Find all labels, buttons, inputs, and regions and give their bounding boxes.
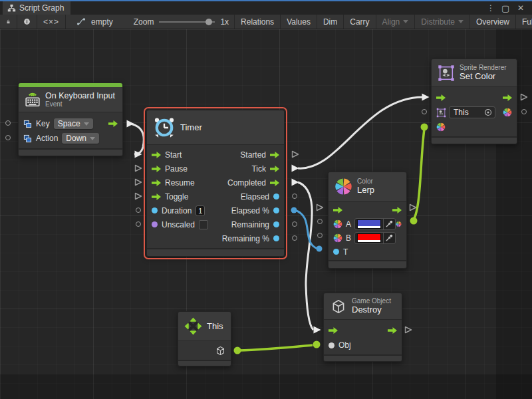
float-out-port-icon[interactable]: [273, 235, 279, 241]
unscaled-checkbox[interactable]: [199, 220, 208, 229]
port-timer-resume[interactable]: [134, 178, 142, 186]
port-key-in[interactable]: [5, 120, 11, 126]
port-action-in[interactable]: [5, 135, 11, 140]
float-out-port-icon[interactable]: [273, 221, 279, 227]
toolbar-button-overview[interactable]: Overview: [470, 15, 516, 29]
color-a-swatch[interactable]: [357, 219, 381, 229]
port-setcolor-value-out[interactable]: [521, 109, 527, 114]
duration-input[interactable]: 1: [196, 205, 205, 216]
toolbar-button-values[interactable]: Values: [281, 15, 317, 29]
port-timer-remaining[interactable]: [292, 221, 297, 227]
float-in-port-icon[interactable]: [152, 207, 158, 213]
port-timer-remaining-pct[interactable]: [292, 235, 297, 241]
float-out-port-icon[interactable]: [273, 207, 279, 213]
port-this-out[interactable]: [234, 347, 241, 354]
toolbar-button-dim[interactable]: Dim: [317, 15, 344, 29]
port-timer-pause[interactable]: [134, 164, 142, 172]
port-timer-started[interactable]: [291, 150, 299, 158]
target-field[interactable]: This: [449, 106, 495, 118]
port-setcolor-flow-in[interactable]: [422, 93, 430, 101]
target-value: This: [454, 108, 469, 117]
color-in-port-icon[interactable]: [436, 122, 446, 132]
color-a-field[interactable]: [354, 218, 396, 230]
port-lerp-b[interactable]: [317, 233, 323, 238]
toolbar-button-relations[interactable]: Relations: [235, 15, 281, 29]
key-dropdown[interactable]: Space: [54, 118, 93, 129]
toolbar-button-carry[interactable]: Carry: [344, 15, 376, 29]
flow-in-port-icon[interactable]: [152, 180, 161, 186]
port-lerp-result[interactable]: [410, 217, 418, 225]
flow-in-port-icon[interactable]: [436, 94, 446, 101]
port-timer-duration[interactable]: [136, 207, 141, 213]
flow-out-port-icon[interactable]: [392, 207, 402, 213]
zoom-slider-handle[interactable]: [205, 19, 212, 25]
flow-in-port-icon[interactable]: [152, 152, 161, 158]
flow-out-port-icon[interactable]: [270, 166, 279, 172]
sprite-renderer-icon: [438, 65, 455, 82]
flow-in-port-icon[interactable]: [333, 207, 342, 213]
lock-button[interactable]: [0, 15, 17, 29]
port-lerp-t[interactable]: [317, 246, 323, 252]
float-in-port-icon[interactable]: [333, 249, 339, 255]
node-set-color[interactable]: Sprite Renderer Set Color This: [431, 59, 517, 144]
node-destroy[interactable]: Game Object Destroy Obj: [323, 293, 402, 362]
object-in-port-icon[interactable]: [329, 342, 334, 348]
maximize-icon[interactable]: ▢: [501, 1, 509, 15]
flow-out-port-icon[interactable]: [270, 152, 279, 158]
graph-context-button[interactable]: [66, 15, 90, 29]
port-timer-tick[interactable]: [291, 164, 299, 172]
color-out-port-icon[interactable]: [396, 219, 402, 229]
flow-out-port-icon[interactable]: [270, 180, 279, 186]
wire-tick-to-setcolor: [298, 97, 423, 168]
color-out-port-icon[interactable]: [503, 108, 512, 117]
action-dropdown[interactable]: Down: [62, 133, 99, 144]
info-button[interactable]: [17, 15, 37, 29]
gameobject-out-port-icon[interactable]: [215, 345, 226, 356]
toggle-label: Toggle: [165, 192, 188, 201]
eyedropper-icon[interactable]: [385, 233, 394, 242]
port-setcolor-flow-out[interactable]: [520, 93, 528, 101]
close-icon[interactable]: ✕: [517, 1, 524, 15]
port-timer-toggle[interactable]: [134, 192, 142, 200]
port-timer-completed[interactable]: [291, 178, 299, 186]
toolbar-button-distribute[interactable]: Distribute: [415, 15, 470, 29]
eyedropper-icon[interactable]: [385, 219, 394, 228]
node-timer[interactable]: Timer Start Started Pause Tick Resume Co…: [146, 110, 285, 257]
zoom-slider[interactable]: [159, 21, 215, 23]
port-timer-start[interactable]: [134, 150, 142, 158]
flow-in-port-icon[interactable]: [152, 166, 161, 172]
color-b-field[interactable]: [354, 232, 396, 244]
graph-canvas[interactable]: On Keyboard Input Event Key Space: [0, 29, 532, 399]
port-timer-unscaled[interactable]: [136, 221, 141, 227]
bool-in-port-icon[interactable]: [152, 221, 158, 227]
port-lerp-flow-in[interactable]: [316, 203, 324, 211]
tab-script-graph[interactable]: Script Graph: [3, 1, 70, 15]
port-destroy-flow-in[interactable]: [313, 326, 321, 334]
port-lerp-a[interactable]: [317, 219, 323, 224]
port-timer-elapsed[interactable]: [292, 194, 297, 199]
node-this[interactable]: This: [178, 311, 231, 366]
kebab-menu-icon[interactable]: ⋮: [487, 1, 495, 15]
port-lerp-flow-out[interactable]: [409, 203, 417, 211]
pause-label: Pause: [165, 164, 188, 174]
code-preview-button[interactable]: <×>: [37, 15, 66, 29]
toolbar-button-fullscreen[interactable]: Full Screen: [516, 15, 532, 29]
flow-out-port-icon[interactable]: [388, 327, 397, 334]
flow-out-port-icon[interactable]: [503, 94, 512, 101]
node-on-keyboard-input[interactable]: On Keyboard Input Event Key Space: [18, 82, 123, 156]
flow-in-port-icon[interactable]: [329, 327, 338, 334]
node-footer: [329, 260, 406, 268]
port-destroy-flow-out[interactable]: [404, 326, 412, 334]
flow-out-port-icon[interactable]: [108, 120, 118, 127]
port-destroy-obj[interactable]: [313, 341, 321, 348]
port-setcolor-target[interactable]: [422, 109, 427, 114]
port-timer-elapsed-pct[interactable]: [291, 207, 297, 213]
port-setcolor-color[interactable]: [421, 124, 428, 131]
object-picker-icon[interactable]: [484, 108, 492, 116]
node-color-lerp[interactable]: Color Lerp A: [328, 172, 407, 269]
flow-in-port-icon[interactable]: [152, 194, 161, 200]
color-b-swatch[interactable]: [357, 233, 381, 243]
float-out-port-icon[interactable]: [273, 194, 279, 200]
toolbar-button-align[interactable]: Align: [376, 15, 416, 29]
port-keyboard-flow-out[interactable]: [126, 120, 134, 128]
